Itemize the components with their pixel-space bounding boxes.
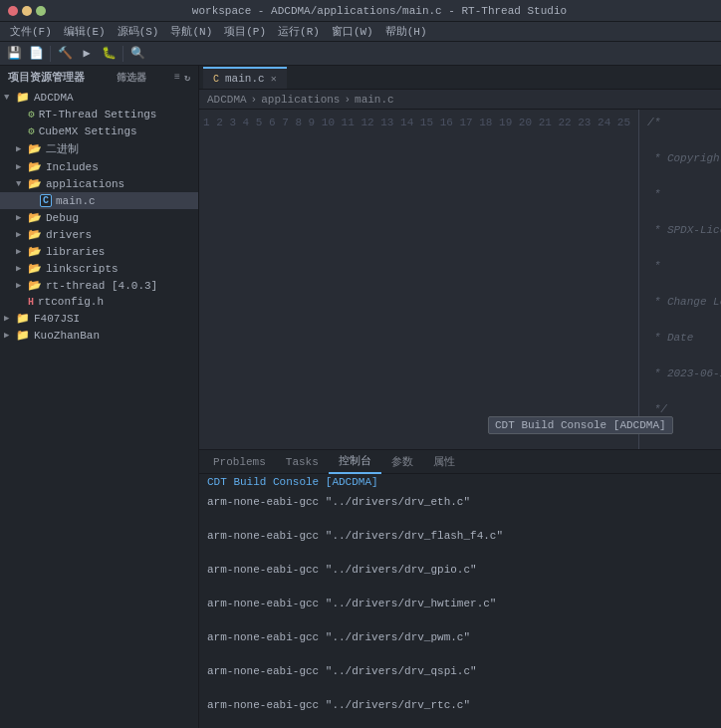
tree-icon-kuozhanbaan: 📁 [16, 329, 30, 342]
panel-tab-console[interactable]: 控制台 [329, 450, 381, 474]
toolbar-new[interactable]: 📄 [26, 44, 46, 64]
tree-icon-f407jsi: 📁 [16, 312, 30, 325]
tree-arrow-binary: ▶ [16, 143, 28, 154]
breadcrumb-part-2: applications [261, 94, 340, 106]
tree-label-rt-thread: rt-thread [4.0.3] [46, 280, 157, 292]
tree-icon-cubemx-settings: ⚙ [28, 124, 35, 137]
code-content[interactable]: /* * Copyright (c) 2006-2023, RT-Thread … [639, 110, 721, 449]
tree-label-rt-thread-settings: RT-Thread Settings [39, 109, 157, 121]
menu-item-H[interactable]: 帮助(H) [379, 22, 433, 42]
menu-item-N[interactable]: 导航(N) [164, 22, 218, 42]
code-editor[interactable]: 1 2 3 4 5 6 7 8 9 10 11 12 13 14 15 16 1… [199, 110, 721, 449]
sidebar-item-linkscripts[interactable]: ▶📂linkscripts [0, 260, 198, 277]
toolbar-debug[interactable]: 🐛 [99, 44, 119, 64]
sidebar-item-rt-thread-settings[interactable]: ⚙RT-Thread Settings [0, 106, 198, 122]
console-area[interactable]: arm-none-eabi-gcc "../drivers/drv_eth.c"… [199, 490, 721, 728]
console-title: CDT Build Console [ADCDMA] [207, 476, 378, 488]
toolbar-run[interactable]: ▶ [77, 44, 97, 64]
sidebar-item-debug[interactable]: ▶📂Debug [0, 209, 198, 226]
menu-item-W[interactable]: 窗口(W) [326, 22, 379, 42]
tree-label-debug: Debug [46, 212, 79, 224]
minimize-button[interactable] [22, 6, 32, 16]
tree-label-kuozhanbaan: KuoZhanBan [34, 330, 100, 342]
code-line-5: * [647, 257, 713, 275]
sidebar-item-libraries[interactable]: ▶📂libraries [0, 243, 198, 260]
sidebar-item-rt-thread[interactable]: ▶📂rt-thread [4.0.3] [0, 277, 198, 294]
code-line-10 [647, 436, 713, 449]
sidebar-item-kuozhanbaan[interactable]: ▶📁KuoZhanBan [0, 327, 198, 344]
sidebar-tree: ▼📁ADCDMA⚙RT-Thread Settings⚙CubeMX Setti… [0, 89, 198, 344]
menu-item-F[interactable]: 文件(F) [4, 22, 58, 42]
tree-label-rtconfig: rtconfig.h [38, 296, 104, 308]
sidebar-collapse-btn[interactable]: ≡ [174, 72, 180, 84]
sidebar-item-rtconfig[interactable]: Hrtconfig.h [0, 294, 198, 310]
toolbar-sep-1 [50, 46, 51, 62]
tree-icon-libraries: 📂 [28, 245, 42, 258]
tree-icon-rt-thread: 📂 [28, 279, 42, 292]
sidebar-item-binary[interactable]: ▶📂二进制 [0, 139, 198, 158]
tree-icon-includes: 📂 [28, 160, 42, 173]
tree-icon-adcdma: 📁 [16, 91, 30, 104]
tree-icon-rt-thread-settings: ⚙ [28, 108, 35, 121]
toolbar-build[interactable]: 🔨 [55, 44, 75, 64]
code-line-6: * Change Logs: [647, 293, 713, 311]
code-line-3: * [647, 185, 713, 203]
tree-icon-applications: 📂 [28, 177, 42, 190]
breadcrumb-part-1: ADCDMA [207, 94, 247, 106]
tree-arrow-linkscripts: ▶ [16, 263, 28, 274]
tree-arrow-debug: ▶ [16, 212, 28, 223]
tree-icon-linkscripts: 📂 [28, 262, 42, 275]
tree-icon-debug: 📂 [28, 211, 42, 224]
panel-tab-tasks[interactable]: Tasks [276, 450, 329, 474]
tree-label-adcdma: ADCDMA [34, 92, 74, 104]
bottom-panel: Problems Tasks 控制台 参数 属性 CDT Build Conso… [199, 449, 721, 728]
console-line-5: arm-none-eabi-gcc "../drivers/drv_qspi.c… [207, 663, 713, 680]
tree-label-applications: applications [46, 178, 124, 190]
toolbar-save[interactable]: 💾 [4, 44, 24, 64]
tree-arrow-applications: ▼ [16, 179, 28, 189]
console-line-2: arm-none-eabi-gcc "../drivers/drv_gpio.c… [207, 562, 713, 579]
tab-close-btn[interactable]: ✕ [271, 73, 277, 85]
menu-item-P[interactable]: 项目(P) [218, 22, 272, 42]
code-line-4: * SPDX-License-Identifier: Apache-2.0 [647, 221, 713, 239]
panel-tabs: Problems Tasks 控制台 参数 属性 [199, 450, 721, 474]
toolbar-search[interactable]: 🔍 [127, 44, 147, 64]
tab-main-c-label: main.c [225, 73, 265, 85]
sidebar-refresh-btn[interactable]: ↻ [184, 72, 190, 84]
breadcrumb: ADCDMA › applications › main.c [199, 90, 721, 110]
tab-bar: C main.c ✕ [199, 66, 721, 90]
tree-label-binary: 二进制 [46, 141, 79, 156]
panel-tab-params[interactable]: 参数 [381, 450, 423, 474]
menu-item-S[interactable]: 源码(S) [112, 22, 165, 42]
console-line-0: arm-none-eabi-gcc "../drivers/drv_eth.c" [207, 494, 713, 511]
panel-tab-problems[interactable]: Problems [203, 450, 276, 474]
code-line-7: * Date Author Notes [647, 329, 713, 347]
tree-icon-rtconfig: H [28, 297, 34, 308]
sidebar-item-includes[interactable]: ▶📂Includes [0, 158, 198, 175]
tree-label-libraries: libraries [46, 246, 105, 258]
sidebar-filter-label: 筛选器 [117, 71, 146, 85]
menu-item-R[interactable]: 运行(R) [272, 22, 326, 42]
line-numbers: 1 2 3 4 5 6 7 8 9 10 11 12 13 14 15 16 1… [199, 110, 639, 449]
panel-tab-props[interactable]: 属性 [423, 450, 465, 474]
sidebar-title: 项目资源管理器 [8, 70, 85, 85]
sidebar-item-main-c[interactable]: Cmain.c [0, 192, 198, 209]
tree-label-includes: Includes [46, 161, 99, 173]
sidebar-item-applications[interactable]: ▼📂applications [0, 175, 198, 192]
breadcrumb-sep-1: › [251, 94, 258, 106]
tree-arrow-adcdma: ▼ [4, 93, 16, 103]
tree-arrow-includes: ▶ [16, 161, 28, 172]
sidebar-item-f407jsi[interactable]: ▶📁F407JSI [0, 310, 198, 327]
maximize-button[interactable] [36, 6, 46, 16]
menu-item-E[interactable]: 编辑(E) [58, 22, 112, 42]
sidebar-item-cubemx-settings[interactable]: ⚙CubeMX Settings [0, 122, 198, 139]
tree-label-f407jsi: F407JSI [34, 313, 80, 325]
tab-main-c[interactable]: C main.c ✕ [203, 67, 287, 89]
main-layout: 项目资源管理器 筛选器 ≡ ↻ ▼📁ADCDMA⚙RT-Thread Setti… [0, 66, 721, 728]
sidebar-header: 项目资源管理器 筛选器 ≡ ↻ [0, 66, 198, 89]
close-button[interactable] [8, 6, 18, 16]
sidebar-item-drivers[interactable]: ▶📂drivers [0, 226, 198, 243]
sidebar-item-adcdma[interactable]: ▼📁ADCDMA [0, 89, 198, 106]
console-header: CDT Build Console [ADCDMA] [199, 474, 721, 490]
tree-arrow-f407jsi: ▶ [4, 313, 16, 324]
